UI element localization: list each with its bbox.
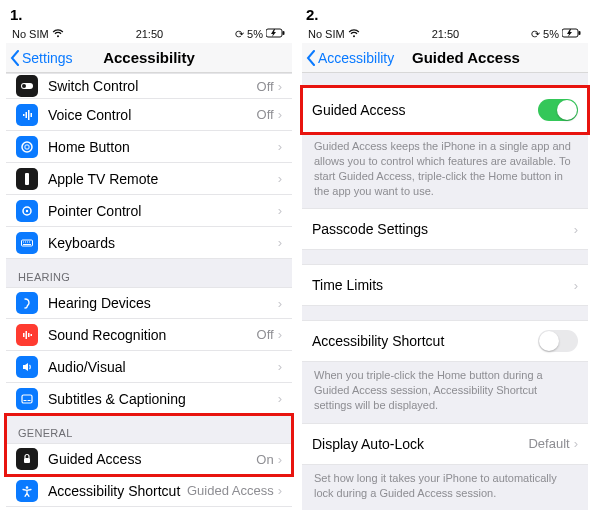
svg-point-12: [26, 209, 28, 211]
row-accessibility-shortcut-toggle[interactable]: Accessibility Shortcut: [302, 320, 588, 362]
clock: 21:50: [136, 28, 164, 40]
row-voice-control[interactable]: Voice Control Off ›: [6, 99, 292, 131]
row-label: Accessibility Shortcut: [48, 483, 180, 499]
svg-point-3: [22, 84, 26, 88]
svg-rect-20: [26, 331, 28, 339]
chevron-right-icon: ›: [278, 139, 282, 154]
row-hearing-devices[interactable]: Hearing Devices ›: [6, 287, 292, 319]
chevron-right-icon: ›: [574, 436, 578, 451]
row-label: Guided Access: [48, 451, 256, 467]
step-number-1: 1.: [6, 4, 292, 25]
toggle-guided-access[interactable]: [538, 99, 578, 121]
row-label: Home Button: [48, 139, 278, 155]
battery-icon: [266, 28, 286, 40]
svg-rect-23: [22, 395, 32, 403]
status-bar: No SIM 21:50 ⟳ 5%: [302, 25, 588, 43]
row-home-button[interactable]: Home Button ›: [6, 131, 292, 163]
row-passcode-settings[interactable]: Passcode Settings ›: [302, 208, 588, 250]
row-pointer-control[interactable]: Pointer Control ›: [6, 195, 292, 227]
status-bar: No SIM 21:50 ⟳ 5%: [6, 25, 292, 43]
chevron-right-icon: ›: [278, 235, 282, 250]
guided-access-list: Guided Access Guided Access keeps the iP…: [302, 73, 588, 510]
row-label: Pointer Control: [48, 203, 278, 219]
carrier-label: No SIM: [12, 28, 49, 40]
subtitles-icon: [16, 388, 38, 410]
row-label: Apple TV Remote: [48, 171, 278, 187]
battery-percent: 5%: [247, 28, 263, 40]
svg-rect-1: [283, 31, 285, 35]
row-value: Off: [257, 79, 274, 94]
svg-rect-14: [23, 244, 31, 245]
row-guided-access[interactable]: Guided Access On ›: [6, 443, 292, 475]
row-time-limits[interactable]: Time Limits ›: [302, 264, 588, 306]
recent-icon: ⟳: [235, 28, 244, 41]
row-label: Switch Control: [48, 78, 257, 94]
settings-list: Switch Control Off › Voice Control Off ›: [6, 73, 292, 507]
svg-rect-9: [25, 145, 29, 149]
nav-bar: Settings Accessibility: [6, 43, 292, 73]
chevron-right-icon: ›: [278, 296, 282, 311]
keyboards-icon: [16, 232, 38, 254]
chevron-right-icon: ›: [278, 203, 282, 218]
row-guided-access-toggle[interactable]: Guided Access: [302, 87, 588, 133]
row-value: Off: [257, 107, 274, 122]
svg-rect-5: [26, 112, 28, 118]
row-label: Voice Control: [48, 107, 257, 123]
toggle-accessibility-shortcut[interactable]: [538, 330, 578, 352]
row-keyboards[interactable]: Keyboards ›: [6, 227, 292, 259]
row-accessibility-shortcut[interactable]: Accessibility Shortcut Guided Access ›: [6, 475, 292, 507]
svg-rect-17: [27, 241, 28, 242]
back-button[interactable]: Accessibility: [306, 50, 394, 66]
screenshot-2: No SIM 21:50 ⟳ 5% Accessibility: [302, 25, 588, 510]
row-subtitles[interactable]: Subtitles & Captioning ›: [6, 383, 292, 415]
svg-rect-16: [25, 241, 26, 242]
chevron-right-icon: ›: [278, 483, 282, 498]
svg-rect-21: [28, 333, 30, 337]
recent-icon: ⟳: [531, 28, 540, 41]
row-switch-control[interactable]: Switch Control Off ›: [6, 73, 292, 99]
row-audio-visual[interactable]: Audio/Visual ›: [6, 351, 292, 383]
wifi-icon: [52, 28, 64, 40]
row-label: Display Auto-Lock: [312, 436, 528, 452]
row-label: Audio/Visual: [48, 359, 278, 375]
audio-visual-icon: [16, 356, 38, 378]
back-label: Accessibility: [318, 50, 394, 66]
chevron-right-icon: ›: [278, 452, 282, 467]
group-header-general: GENERAL: [6, 415, 292, 443]
chevron-right-icon: ›: [574, 222, 578, 237]
svg-rect-19: [23, 333, 25, 337]
chevron-right-icon: ›: [278, 107, 282, 122]
chevron-right-icon: ›: [574, 278, 578, 293]
svg-rect-22: [31, 334, 33, 336]
footer-guided-access: Guided Access keeps the iPhone in a sing…: [302, 133, 588, 208]
back-label: Settings: [22, 50, 73, 66]
svg-rect-29: [579, 31, 581, 35]
pointer-control-icon: [16, 200, 38, 222]
home-button-icon: [16, 136, 38, 158]
row-value: On: [256, 452, 273, 467]
accessibility-shortcut-icon: [16, 480, 38, 502]
hearing-devices-icon: [16, 292, 38, 314]
appletv-remote-icon: [16, 168, 38, 190]
svg-rect-24: [24, 400, 27, 401]
row-label: Sound Recognition: [48, 327, 257, 343]
group-header-hearing: HEARING: [6, 259, 292, 287]
switch-control-icon: [16, 75, 38, 97]
footer-autolock: Set how long it takes your iPhone to aut…: [302, 465, 588, 510]
svg-rect-18: [29, 241, 30, 242]
row-label: Guided Access: [312, 102, 538, 118]
sound-recognition-icon: [16, 324, 38, 346]
back-button[interactable]: Settings: [10, 50, 73, 66]
row-display-autolock[interactable]: Display Auto-Lock Default ›: [302, 423, 588, 465]
svg-rect-10: [25, 173, 29, 185]
clock: 21:50: [432, 28, 460, 40]
chevron-right-icon: ›: [278, 359, 282, 374]
battery-percent: 5%: [543, 28, 559, 40]
row-appletv-remote[interactable]: Apple TV Remote ›: [6, 163, 292, 195]
row-label: Time Limits: [312, 277, 574, 293]
svg-rect-6: [28, 110, 30, 120]
battery-icon: [562, 28, 582, 40]
guided-access-icon: [16, 448, 38, 470]
chevron-right-icon: ›: [278, 391, 282, 406]
row-sound-recognition[interactable]: Sound Recognition Off ›: [6, 319, 292, 351]
